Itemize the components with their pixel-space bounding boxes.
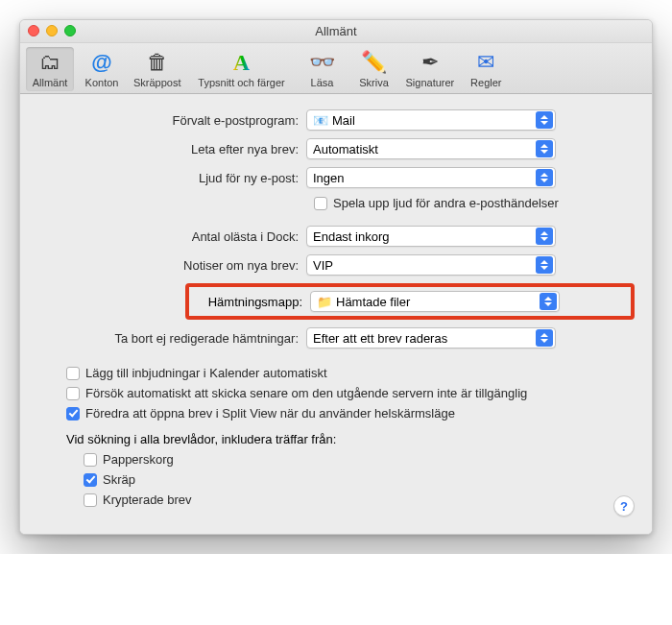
play-other-sounds-checkbox[interactable]: Spela upp ljud för andra e-posthändelser [314, 196, 559, 210]
toolbar-tab-read[interactable]: 👓 Läsa [299, 47, 347, 91]
preferences-window: Allmänt 🗂 Allmänt @ Konton 🗑 Skräppost A… [19, 19, 653, 535]
toolbar-label: Läsa [311, 77, 334, 88]
help-button[interactable]: ? [613, 495, 635, 517]
split-view-checkbox[interactable]: Föredra att öppna brev i Split View när … [66, 406, 635, 421]
chevron-updown-icon [536, 169, 553, 186]
write-icon: ✏️ [359, 49, 390, 76]
select-value: VIP [313, 258, 536, 273]
checkbox-input[interactable] [66, 367, 80, 380]
checkbox-input[interactable] [66, 387, 80, 400]
content-pane: Förvalt e-postprogram: 📧 Mail Leta efter… [20, 94, 652, 534]
checkbox-label: Lägg till inbjudningar i Kalender automa… [85, 366, 327, 380]
toolbar-tab-junk[interactable]: 🗑 Skräppost [130, 47, 185, 91]
select-value: Mail [332, 113, 536, 128]
toolbar-tab-accounts[interactable]: @ Konton [78, 47, 126, 91]
checkbox-input[interactable] [66, 407, 80, 421]
search-encrypted-checkbox[interactable]: Krypterade brev [84, 493, 635, 507]
toolbar-label: Regler [470, 77, 501, 88]
toolbar-label: Skriva [359, 77, 389, 88]
notifications-label: Notiser om nya brev: [37, 258, 306, 273]
read-icon: 👓 [307, 49, 338, 76]
toolbar-label: Typsnitt och färger [198, 77, 285, 88]
downloads-label: Hämtningsmapp: [195, 295, 310, 309]
select-value: Endast inkorg [313, 229, 536, 244]
downloads-highlight: Hämtningsmapp: 📁 Hämtade filer [185, 283, 635, 320]
search-section: Vid sökning i alla brevlådor, inkludera … [37, 432, 635, 507]
window-title: Allmänt [315, 24, 356, 38]
toolbar-tab-rules[interactable]: ✉︎ Regler [462, 47, 510, 91]
mail-icon: 📧 [313, 112, 328, 128]
chevron-updown-icon [536, 329, 553, 347]
fonts-icon: A [227, 49, 257, 76]
checkbox-input[interactable] [84, 453, 97, 467]
select-value: Hämtade filer [336, 295, 540, 309]
close-icon[interactable] [28, 25, 39, 36]
chevron-updown-icon [536, 228, 553, 245]
help-label: ? [620, 499, 628, 514]
junk-icon: 🗑 [142, 49, 173, 76]
calendar-invites-checkbox[interactable]: Lägg till inbjudningar i Kalender automa… [66, 366, 635, 380]
checkbox-input[interactable] [84, 473, 97, 487]
general-icon: 🗂 [35, 49, 65, 76]
check-mail-label: Leta efter nya brev: [37, 142, 306, 156]
toolbar-tab-fonts[interactable]: A Typsnitt och färger [189, 47, 295, 91]
toolbar-label: Allmänt [33, 77, 68, 88]
search-junk-checkbox[interactable]: Skräp [84, 472, 635, 487]
select-value: Efter att ett brev raderas [313, 331, 536, 346]
chevron-updown-icon [536, 256, 553, 274]
zoom-icon[interactable] [64, 25, 76, 36]
toolbar-label: Signaturer [406, 77, 455, 88]
check-mail-select[interactable]: Automatiskt [306, 138, 556, 159]
new-mail-sound-label: Ljud för ny e-post: [37, 171, 306, 185]
remove-downloads-select[interactable]: Efter att ett brev raderas [306, 327, 556, 349]
default-client-select[interactable]: 📧 Mail [306, 109, 556, 131]
toolbar-tab-general[interactable]: 🗂 Allmänt [26, 47, 74, 91]
checkbox-input[interactable] [84, 493, 97, 507]
checkbox-label: Krypterade brev [103, 493, 192, 507]
toolbar-tab-write[interactable]: ✏️ Skriva [350, 47, 398, 91]
accounts-icon: @ [86, 49, 117, 76]
checkbox-label: Papperskorg [103, 452, 174, 467]
default-client-label: Förvalt e-postprogram: [37, 113, 306, 128]
titlebar: Allmänt [20, 20, 652, 43]
checkbox-label: Föredra att öppna brev i Split View när … [85, 406, 455, 421]
folder-icon: 📁 [317, 294, 332, 309]
toolbar-tab-signatures[interactable]: ✒︎ Signaturer [402, 47, 459, 91]
checkbox-label: Försök automatiskt att skicka senare om … [85, 386, 527, 400]
notifications-select[interactable]: VIP [306, 254, 556, 276]
toolbar-label: Konton [85, 77, 119, 88]
rules-icon: ✉︎ [470, 49, 501, 76]
select-value: Ingen [313, 171, 536, 185]
chevron-updown-icon [536, 140, 553, 157]
window-controls [28, 25, 76, 36]
search-trash-checkbox[interactable]: Papperskorg [84, 452, 635, 467]
general-options: Lägg till inbjudningar i Kalender automa… [37, 366, 635, 421]
checkbox-label: Skräp [103, 472, 135, 487]
toolbar: 🗂 Allmänt @ Konton 🗑 Skräppost A Typsnit… [20, 43, 652, 94]
search-heading: Vid sökning i alla brevlådor, inkludera … [66, 432, 635, 446]
select-value: Automatiskt [313, 142, 536, 156]
minimize-icon[interactable] [46, 25, 58, 36]
chevron-updown-icon [536, 111, 553, 129]
toolbar-label: Skräppost [133, 77, 181, 88]
remove-downloads-label: Ta bort ej redigerade hämtningar: [37, 331, 306, 346]
new-mail-sound-select[interactable]: Ingen [306, 167, 556, 188]
dock-unread-label: Antal olästa i Dock: [37, 229, 306, 244]
chevron-updown-icon [540, 293, 557, 310]
signatures-icon: ✒︎ [415, 49, 445, 76]
checkbox-label: Spela upp ljud för andra e-posthändelser [333, 196, 559, 210]
downloads-select[interactable]: 📁 Hämtade filer [310, 291, 560, 312]
checkbox-input[interactable] [314, 197, 327, 210]
dock-unread-select[interactable]: Endast inkorg [306, 226, 556, 247]
retry-send-checkbox[interactable]: Försök automatiskt att skicka senare om … [66, 386, 635, 400]
